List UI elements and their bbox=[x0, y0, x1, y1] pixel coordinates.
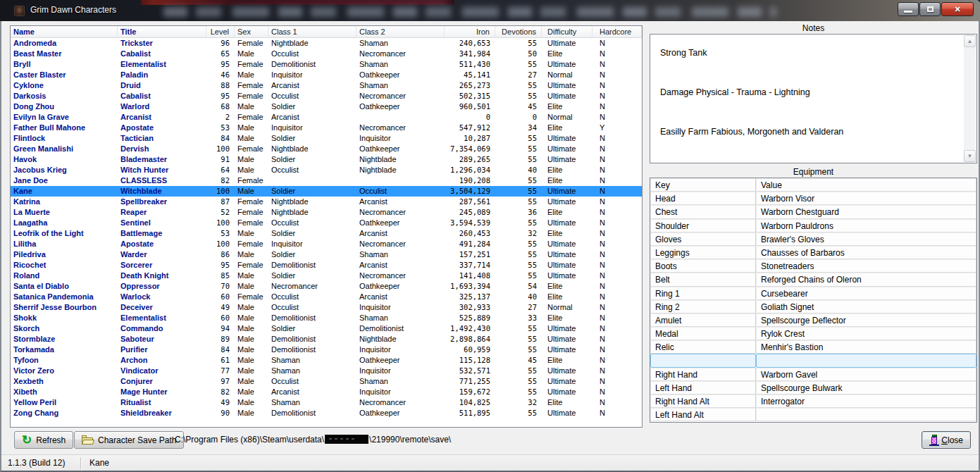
table-row[interactable]: BryllElementalist95FemaleDemolitionistSh… bbox=[11, 59, 642, 70]
cell-sex: Female bbox=[235, 144, 268, 154]
table-row[interactable]: Caster BlasterPaladin46MaleInquisitorOat… bbox=[11, 70, 642, 80]
equipment-row[interactable]: Right Hand AltInterrogator bbox=[650, 395, 976, 408]
equipment-row[interactable]: MedalRylok Crest bbox=[650, 327, 976, 340]
table-row[interactable]: RicochetSorcerer95FemaleDemolitionistArc… bbox=[11, 260, 642, 271]
equipment-row[interactable]: ChestWarborn Chestguard bbox=[650, 205, 976, 218]
column-header-iron[interactable]: Iron bbox=[445, 26, 495, 37]
refresh-button[interactable]: ↻ Refresh bbox=[14, 431, 73, 449]
table-row[interactable]: LilithaApostate100FemaleInquisitorNecrom… bbox=[11, 239, 642, 249]
table-row[interactable]: Green ManalishiDervish100FemaleNightblad… bbox=[11, 144, 642, 154]
equipment-row[interactable]: Left HandSpellscourge Bulwark bbox=[650, 381, 976, 395]
table-row[interactable]: Jacobus KriegWitch Hunter64MaleOcculistN… bbox=[11, 165, 642, 175]
cell-iron: 341,984 bbox=[445, 49, 495, 59]
cell-devotions: 55 bbox=[495, 175, 542, 186]
table-row[interactable]: Victor ZeroVindicator77MaleShamanInquisi… bbox=[11, 366, 642, 376]
equipment-row[interactable]: ShoulderWarborn Pauldrons bbox=[650, 219, 976, 232]
table-row[interactable]: RolandDeath Knight85MaleSoldierNecromanc… bbox=[11, 271, 642, 281]
table-row[interactable]: XibethMage Hunter82MaleArcanistInquisito… bbox=[11, 387, 642, 397]
table-row[interactable]: SkorchCommando94MaleSoldierDemolitionist… bbox=[11, 323, 642, 334]
table-row[interactable]: LaagathaSentinel100FemaleOcculistOathkee… bbox=[11, 218, 642, 228]
equipment-row[interactable]: Left Hand Alt bbox=[650, 408, 976, 421]
cell-hardcore: N bbox=[593, 334, 642, 344]
table-row[interactable]: Evilyn la GraveArcanist2FemaleArcanist00… bbox=[11, 112, 642, 123]
cell-title: Warder bbox=[118, 249, 206, 260]
maximize-button[interactable] bbox=[919, 2, 941, 16]
equipment-row[interactable]: Ring 2Goliath Signet bbox=[650, 300, 976, 313]
equipment-row[interactable] bbox=[650, 354, 976, 367]
table-row[interactable]: HavokBlademaster91MaleSoldierNightblade2… bbox=[11, 154, 642, 165]
cell-difficulty: Ultimate bbox=[542, 249, 593, 260]
cell-class2: Arcanist bbox=[356, 228, 445, 239]
table-row[interactable]: Father Bull MahoneApostate53MaleInquisit… bbox=[11, 123, 642, 133]
cell-difficulty: Ultimate bbox=[542, 387, 593, 397]
column-header-name[interactable]: Name bbox=[11, 26, 118, 37]
table-row[interactable]: KaneWitchblade100MaleSoldierOcculist3,50… bbox=[11, 186, 642, 197]
cell-class2: Nightblade bbox=[356, 154, 445, 165]
cell-sex: Male bbox=[235, 186, 268, 197]
cell-title: Death Knight bbox=[118, 271, 206, 281]
table-row[interactable]: Zong ChangShieldbreaker90MaleDemolitioni… bbox=[11, 408, 642, 418]
notes-scrollbar[interactable]: ▲ ▼ bbox=[964, 35, 976, 162]
table-row[interactable]: Yellow PerilRitualist49MaleShamanNecroma… bbox=[11, 397, 642, 408]
cell-difficulty: Ultimate bbox=[542, 366, 593, 376]
cell-class1 bbox=[268, 175, 356, 186]
cell-difficulty: Normal bbox=[542, 70, 593, 80]
cell-title: Cabalist bbox=[118, 49, 206, 59]
equipment-row[interactable]: GlovesBrawler's Gloves bbox=[650, 232, 976, 246]
equipment-value-cell: Brawler's Gloves bbox=[756, 232, 976, 246]
scroll-up-icon[interactable]: ▲ bbox=[964, 35, 976, 47]
table-row[interactable]: KatrinaSpellbreaker87FemaleNightbladeArc… bbox=[11, 197, 642, 207]
column-header-title[interactable]: Title bbox=[118, 26, 206, 37]
column-header-class2[interactable]: Class 2 bbox=[356, 26, 445, 37]
equipment-row[interactable]: BootsStonetreaders bbox=[650, 259, 976, 273]
close-window-button[interactable]: ✕ bbox=[941, 2, 974, 16]
table-row[interactable]: ShokkElementalist60MaleDemolitionistSham… bbox=[11, 313, 642, 323]
table-row[interactable]: CykloneDruid88FemaleArcanistShaman265,27… bbox=[11, 80, 642, 91]
cell-hardcore: N bbox=[593, 101, 642, 112]
equipment-row[interactable]: Ring 1Cursebearer bbox=[650, 287, 976, 300]
column-header-devotions[interactable]: Devotions bbox=[495, 26, 542, 37]
table-row[interactable]: Leofrik of the LightBattlemage53MaleSold… bbox=[11, 228, 642, 239]
table-row[interactable]: Beast MasterCabalist65MaleOcculistNecrom… bbox=[11, 49, 642, 59]
table-row[interactable]: TyfoonArchon61MaleShamanOathkeeper115,12… bbox=[11, 355, 642, 366]
close-button[interactable]: Close bbox=[922, 431, 971, 449]
cell-sex: Female bbox=[235, 260, 268, 271]
table-row[interactable]: FlintlockTactician84MaleSoldierInquisito… bbox=[11, 133, 642, 144]
table-row[interactable]: Sherrif Jesse BourbonDeceiver49MaleOccul… bbox=[11, 302, 642, 313]
notes-text[interactable]: Strong Tank Damage Physical - Trauma - L… bbox=[660, 43, 955, 142]
cell-class1: Demolitionist bbox=[268, 344, 356, 355]
equipment-row[interactable]: Right HandWarborn Gavel bbox=[650, 368, 976, 381]
notes-panel[interactable]: Strong Tank Damage Physical - Trauma - L… bbox=[650, 34, 977, 163]
table-row[interactable]: DarkosisCabalist95FemaleOcculistNecroman… bbox=[11, 91, 642, 101]
column-header-level[interactable]: Level bbox=[206, 26, 235, 37]
table-row[interactable]: Satanica PandemoniaWarlock60FemaleOcculi… bbox=[11, 292, 642, 302]
equipment-header-row[interactable]: KeyValue bbox=[650, 178, 976, 192]
equipment-row[interactable]: RelicMenhir's Bastion bbox=[650, 340, 976, 354]
scroll-down-icon[interactable]: ▼ bbox=[964, 150, 976, 162]
table-row[interactable]: TorkamadaPurifier84MaleDemolitionistInqu… bbox=[11, 344, 642, 355]
table-row[interactable]: La MuerteReaper52FemaleNightbladeNecroma… bbox=[11, 207, 642, 218]
equipment-row[interactable]: BeltReforged Chains of Oleron bbox=[650, 273, 976, 286]
cell-hardcore: N bbox=[593, 154, 642, 165]
equipment-row[interactable]: AmuletSpellscourge Deflector bbox=[650, 313, 976, 327]
equipment-row[interactable]: LeggingsChausses of Barbaros bbox=[650, 246, 976, 259]
equipment-row[interactable]: HeadWarborn Visor bbox=[650, 192, 976, 205]
column-header-class1[interactable]: Class 1 bbox=[268, 26, 356, 37]
column-header-sex[interactable]: Sex bbox=[235, 26, 268, 37]
close-label: Close bbox=[941, 435, 963, 445]
column-header-hardcore[interactable]: Hardcore bbox=[593, 26, 642, 37]
cell-devotions: 27 bbox=[495, 70, 542, 80]
table-row[interactable]: Santa el DiabloOppressor70MaleNecromance… bbox=[11, 281, 642, 292]
table-row[interactable]: Jane DoeCLASSLESS82Female190,20855EliteN bbox=[11, 175, 642, 186]
cell-sex: Male bbox=[235, 355, 268, 366]
column-header-difficulty[interactable]: Difficulty bbox=[542, 26, 593, 37]
cell-level: 90 bbox=[206, 408, 235, 418]
minimize-button[interactable] bbox=[898, 2, 919, 16]
table-row[interactable]: XexbethConjurer97MaleOcculistShaman771,2… bbox=[11, 376, 642, 387]
table-row[interactable]: StormblazeSaboteur89MaleDemolitionistNig… bbox=[11, 334, 642, 344]
table-row[interactable]: AndromedaTrickster96FemaleNightbladeSham… bbox=[11, 38, 642, 49]
table-row[interactable]: PiledrivaWarder86MaleSoldierShaman157,25… bbox=[11, 249, 642, 260]
cell-class1: Demolitionist bbox=[268, 313, 356, 323]
character-save-path-button[interactable]: Character Save Path bbox=[74, 431, 184, 449]
table-row[interactable]: Dong ZhouWarlord68MaleSoldierOathkeeper9… bbox=[11, 101, 642, 112]
